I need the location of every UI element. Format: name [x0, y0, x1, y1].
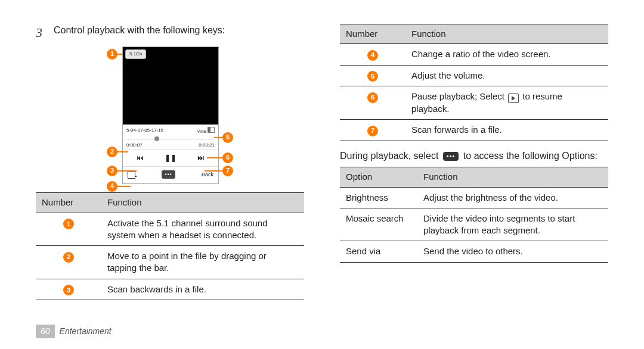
- function-cell: Send the video to others.: [417, 241, 608, 262]
- callout-bubble-2: 2: [107, 147, 117, 157]
- more-icon: •••: [162, 170, 175, 179]
- device-screenshot: 1 2 3 4 5 6 7 5.1Ch: [110, 46, 230, 185]
- callout-bubble-1: 1: [107, 49, 117, 60]
- table-row: BrightnessAdjust the brightness of the v…: [340, 187, 608, 208]
- options-paragraph: During playback, select ••• to access th…: [340, 149, 608, 163]
- section-name: Entertainment: [60, 326, 112, 336]
- table-header: Function: [405, 24, 608, 44]
- page-number: 60: [36, 325, 55, 338]
- function-cell: Adjust the brightness of the video.: [417, 187, 608, 208]
- step: 3 Control playback with the following ke…: [36, 24, 304, 42]
- manual-page: 3 Control playback with the following ke…: [0, 0, 644, 349]
- step-text: Control playback with the following keys…: [54, 24, 304, 42]
- aspect-icon: [128, 171, 135, 179]
- function-cell: Scan backwards in a file.: [101, 279, 304, 300]
- table-row: 7Scan forwards in a file.: [340, 120, 608, 141]
- info-row: 5-04-17-05-17-16 vide: [123, 124, 218, 137]
- time-row: 0:00:07 0:00:21: [123, 142, 218, 149]
- filename: 5-04-17-05-17-16: [126, 127, 163, 134]
- option-cell: Brightness: [340, 187, 417, 208]
- playback-controls: ⏮ ❚❚ ⏭: [123, 149, 218, 166]
- table-row: 2Move to a point in the file by dragging…: [36, 246, 304, 279]
- function-cell: Pause playback; Select to resume playbac…: [405, 86, 608, 120]
- num-badge: 2: [63, 252, 74, 263]
- num-badge: 1: [63, 219, 74, 229]
- callout-bubble-7: 7: [222, 166, 233, 176]
- function-table-1: NumberFunction 1Activate the 5.1 channel…: [36, 192, 304, 300]
- function-cell: Adjust the volume.: [405, 65, 608, 86]
- callout-bubble-5: 5: [222, 132, 233, 143]
- callout-bubble-3: 3: [107, 166, 117, 176]
- table-row: 4Change a ratio of the video screen.: [340, 44, 608, 65]
- table-header: Number: [36, 193, 101, 213]
- function-cell: Change a ratio of the video screen.: [405, 44, 608, 65]
- function-cell: Scan forwards in a file.: [405, 120, 608, 141]
- num-badge: 5: [367, 71, 378, 82]
- options-table: OptionFunction BrightnessAdjust the brig…: [340, 167, 608, 262]
- seek-bar: [126, 138, 215, 141]
- surround-chip: 5.1Ch: [125, 49, 146, 60]
- option-cell: Mosaic search: [340, 208, 417, 241]
- callout-line: [117, 186, 131, 187]
- right-column: NumberFunction 4Change a ratio of the vi…: [340, 24, 608, 337]
- bottom-row: ••• Back: [123, 166, 218, 183]
- num-badge: 4: [367, 50, 378, 61]
- table-row: 3Scan backwards in a file.: [36, 279, 304, 300]
- left-column: 3 Control playback with the following ke…: [36, 24, 304, 337]
- table-header: Function: [101, 193, 304, 213]
- time-total: 0:00:21: [199, 142, 215, 149]
- table-header: Function: [417, 167, 608, 187]
- video-area: 5.1Ch: [123, 47, 218, 124]
- table-row: 6 Pause playback; Select to resume playb…: [340, 86, 608, 120]
- play-icon: [508, 94, 519, 103]
- table-row: 1Activate the 5.1 channel surround sound…: [36, 213, 304, 246]
- callout-line: [205, 170, 222, 172]
- page-footer: 60Entertainment: [36, 325, 112, 338]
- volume-icon: [208, 127, 215, 133]
- back-label: Back: [202, 171, 213, 178]
- function-table-2: NumberFunction 4Change a ratio of the vi…: [340, 24, 608, 141]
- callout-bubble-6: 6: [222, 152, 233, 163]
- option-cell: Send via: [340, 241, 417, 262]
- table-header: Option: [340, 167, 417, 187]
- num-badge: 3: [63, 285, 74, 295]
- function-cell: Move to a point in the file by dragging …: [101, 246, 304, 279]
- table-row: Send viaSend the video to others.: [340, 241, 608, 262]
- step-number: 3: [36, 24, 47, 42]
- table-row: 5Adjust the volume.: [340, 65, 608, 86]
- function-cell: Divide the video into segments to start …: [417, 208, 608, 241]
- prev-icon: ⏮: [134, 153, 147, 163]
- callout-bubble-4: 4: [107, 181, 117, 192]
- vid-label: vide: [197, 129, 206, 134]
- phone-screen: 5.1Ch 5-04-17-05-17-16 vide 0:00:07 0:00…: [122, 46, 219, 185]
- callout-line: [214, 137, 222, 138]
- time-elapsed: 0:00:07: [126, 142, 143, 149]
- function-cell: Activate the 5.1 channel surround sound …: [101, 213, 304, 246]
- more-icon: •••: [443, 152, 459, 161]
- callout-line: [207, 157, 222, 158]
- callout-line: [117, 151, 128, 152]
- num-badge: 7: [367, 126, 378, 136]
- num-badge: 6: [367, 92, 378, 103]
- pause-icon: ❚❚: [164, 153, 177, 163]
- table-header: Number: [340, 24, 405, 44]
- table-row: Mosaic searchDivide the video into segme…: [340, 208, 608, 241]
- next-icon: ⏭: [194, 153, 208, 163]
